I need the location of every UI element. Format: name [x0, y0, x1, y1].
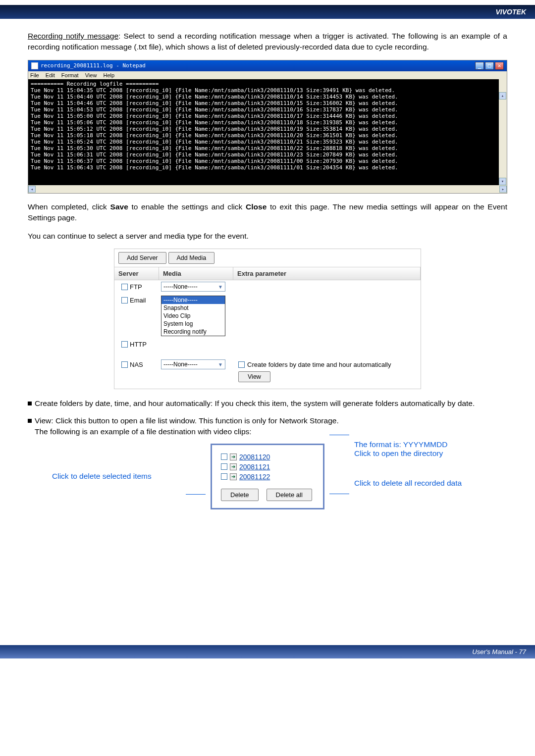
scroll-up-icon[interactable]: ▴	[499, 92, 506, 100]
ftp-checkbox[interactable]	[121, 284, 128, 290]
log-line: Tue Nov 11 15:04:35 UTC 2008 [recording_…	[31, 87, 395, 94]
expand-icon[interactable]: ➔	[230, 454, 237, 460]
maximize-button[interactable]: □	[485, 62, 494, 70]
log-line: Tue Nov 11 15:05:24 UTC 2008 [recording_…	[31, 139, 398, 145]
add-media-button[interactable]: Add Media	[168, 252, 215, 264]
close-button[interactable]: ✕	[495, 62, 504, 70]
minimize-button[interactable]: _	[475, 62, 484, 70]
nas-checkbox[interactable]	[121, 361, 128, 368]
file-destination-panel: ➔ 20081120 ➔ 20081121 ➔ 20081122 Delete …	[211, 444, 324, 509]
callout-format: The format is: YYYYMMDD	[354, 440, 483, 449]
log-line: Tue Nov 11 15:06:37 UTC 2008 [recording_…	[31, 158, 398, 164]
notepad-titlebar: recording_20081111.log - Notepad _ □ ✕	[28, 60, 507, 71]
file-checkbox[interactable]	[221, 463, 227, 470]
head-server: Server	[114, 267, 159, 280]
file-row: ➔ 20081120	[221, 452, 314, 462]
notepad-body: ========== Recording logfile ========== …	[28, 79, 507, 185]
bullet-icon	[28, 402, 32, 405]
callout-open-dir: Click to open the directory	[354, 449, 483, 458]
log-line: ========== Recording logfile ==========	[31, 81, 159, 87]
right-callouts: The format is: YYYYMMDD Click to open th…	[354, 465, 483, 488]
nas-media-select[interactable]: -----None-----▼	[161, 359, 225, 369]
notepad-icon	[31, 62, 38, 69]
page-header: VIVOTEK	[0, 0, 535, 19]
menu-help[interactable]: Help	[103, 72, 114, 78]
media-dropdown-open[interactable]: -----None----- Snapshot Video Clip Syste…	[161, 296, 225, 336]
http-checkbox[interactable]	[121, 341, 128, 348]
table-head: Server Media Extra parameter	[114, 267, 421, 280]
notepad-title: recording_20081111.log - Notepad	[41, 62, 146, 69]
file-checkbox[interactable]	[221, 454, 227, 460]
nas-label: NAS	[130, 361, 143, 368]
save-label: Save	[110, 202, 128, 211]
chevron-down-icon: ▼	[218, 284, 223, 290]
folder-link[interactable]: 20081121	[239, 463, 270, 471]
scroll-down-icon[interactable]: ▾	[499, 178, 506, 185]
bullet-view: View: Click this button to open a file l…	[28, 415, 507, 438]
brand-label: VIVOTEK	[496, 8, 526, 16]
ftp-label: FTP	[130, 283, 142, 291]
log-line: Tue Nov 11 15:04:46 UTC 2008 [recording_…	[31, 100, 398, 106]
createfolders-checkbox[interactable]	[238, 361, 245, 368]
dd-item-systemlog[interactable]: System log	[161, 320, 225, 328]
file-destination-diagram: Click to delete selected items ➔ 2008112…	[28, 444, 507, 509]
post-para-1: When completed, click Save to enable the…	[28, 202, 507, 224]
view-button[interactable]: View	[238, 371, 270, 382]
log-line: Tue Nov 11 15:05:06 UTC 2008 [recording_…	[31, 119, 398, 126]
folder-link[interactable]: 20081120	[239, 453, 270, 461]
log-line: Tue Nov 11 15:04:53 UTC 2008 [recording_…	[31, 106, 398, 113]
scroll-right-icon[interactable]: ▸	[499, 186, 507, 193]
head-extra: Extra parameter	[233, 267, 421, 280]
email-checkbox[interactable]	[121, 297, 128, 303]
footer-text: User's Manual - 77	[472, 648, 526, 655]
dd-item-recordingnotify[interactable]: Recording notify	[161, 328, 225, 336]
expand-icon[interactable]: ➔	[230, 473, 237, 480]
menu-file[interactable]: File	[30, 72, 39, 78]
post-para-2: You can continue to select a server and …	[28, 231, 507, 242]
folder-link[interactable]: 20081122	[239, 473, 270, 481]
vertical-scrollbar[interactable]: ▴ ▾	[499, 79, 507, 185]
delete-button[interactable]: Delete	[221, 489, 259, 501]
add-server-button[interactable]: Add Server	[118, 252, 166, 264]
horizontal-scrollbar[interactable]: ◂ ▸	[28, 185, 507, 193]
http-label: HTTP	[130, 341, 147, 348]
log-line: Tue Nov 11 15:05:18 UTC 2008 [recording_…	[31, 132, 398, 139]
page-footer: User's Manual - 77	[0, 645, 535, 658]
table-row: NAS -----None-----▼ Create folders by da…	[114, 358, 421, 389]
log-line: Tue Nov 11 15:06:43 UTC 2008 [recording_…	[31, 164, 398, 171]
scroll-left-icon[interactable]: ◂	[28, 186, 36, 193]
bullet-icon	[28, 419, 32, 423]
menu-format[interactable]: Format	[61, 72, 79, 78]
dd-item-none[interactable]: -----None-----	[161, 296, 225, 304]
email-label: Email	[130, 297, 146, 304]
ftp-media-select[interactable]: -----None-----▼	[161, 282, 225, 292]
log-line: Tue Nov 11 15:04:40 UTC 2008 [recording_…	[31, 94, 398, 100]
notepad-menubar[interactable]: File Edit Format View Help	[28, 71, 507, 79]
menu-edit[interactable]: Edit	[46, 72, 55, 78]
table-row: FTP -----None-----▼	[114, 280, 421, 294]
notepad-window: recording_20081111.log - Notepad _ □ ✕ F…	[28, 60, 507, 194]
menu-view[interactable]: View	[85, 72, 97, 78]
callout-delete-all: Click to delete all recorded data	[354, 479, 483, 488]
delete-all-button[interactable]: Delete all	[267, 489, 312, 501]
expand-icon[interactable]: ➔	[230, 463, 237, 470]
intro-para: Recording notify message: Select to send…	[28, 31, 507, 53]
log-line: Tue Nov 11 15:06:31 UTC 2008 [recording_…	[31, 151, 398, 158]
log-line: Tue Nov 11 15:05:12 UTC 2008 [recording_…	[31, 126, 398, 132]
file-checkbox[interactable]	[221, 473, 227, 480]
dd-item-snapshot[interactable]: Snapshot	[161, 304, 225, 312]
log-line: Tue Nov 11 15:05:00 UTC 2008 [recording_…	[31, 113, 398, 119]
intro-label: Recording notify message	[28, 32, 118, 40]
callout-delete-selected: Click to delete selected items	[52, 472, 181, 481]
dd-item-videoclip[interactable]: Video Clip	[161, 312, 225, 320]
log-line: Tue Nov 11 15:05:30 UTC 2008 [recording_…	[31, 145, 398, 151]
file-row: ➔ 20081121	[221, 462, 314, 472]
file-row: ➔ 20081122	[221, 472, 314, 482]
createfolders-label: Create folders by date time and hour aut…	[247, 361, 391, 368]
server-media-panel: Add Server Add Media Server Media Extra …	[114, 249, 421, 389]
bullet-createfolders: Create folders by date, time, and hour a…	[28, 398, 507, 409]
close-label: Close	[246, 202, 267, 211]
chevron-down-icon: ▼	[218, 362, 223, 367]
head-media: Media	[159, 267, 233, 280]
